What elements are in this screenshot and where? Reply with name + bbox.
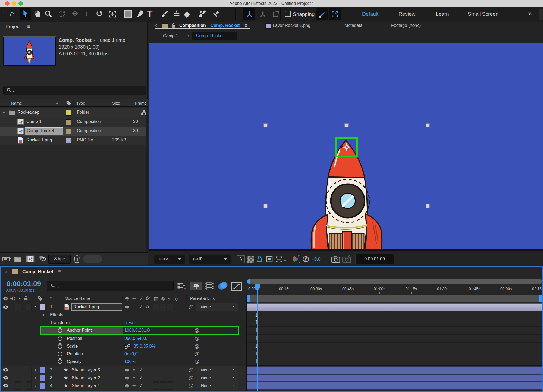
- project-item-name[interactable]: Comp. Rocket: [27, 128, 54, 133]
- new-folder-icon[interactable]: [14, 256, 22, 262]
- layer-visibility-eye-icon[interactable]: [3, 383, 9, 388]
- label-color-swatch[interactable]: [66, 110, 71, 116]
- layer-collapse-sun-icon[interactable]: ☀: [132, 383, 136, 388]
- tab-layer[interactable]: Layer Rocket 1.png: [273, 23, 310, 28]
- column-header-type[interactable]: Type: [76, 101, 85, 105]
- tab-composition-name[interactable]: Comp. Rocket: [211, 23, 240, 28]
- layer-color-swatch[interactable]: [40, 383, 45, 389]
- layer-expand-chevron-icon[interactable]: ›: [33, 306, 37, 307]
- rotation-value[interactable]: 0x+0,0°: [124, 352, 139, 356]
- source-name-column[interactable]: Source Name: [65, 296, 90, 301]
- motion-blur-column-icon[interactable]: ◎: [161, 296, 165, 302]
- frame-blending-icon[interactable]: [205, 282, 214, 290]
- tab-metadata[interactable]: Metadata: [344, 23, 363, 28]
- exposure-value[interactable]: +0,0: [312, 257, 321, 262]
- lock-column-icon[interactable]: [24, 296, 28, 301]
- mask-visibility-button[interactable]: [255, 255, 264, 263]
- property-pickwhip-icon[interactable]: @: [194, 344, 199, 349]
- anchor-point-icon[interactable]: [342, 142, 351, 152]
- layer-handle-top-right[interactable]: [426, 123, 430, 127]
- breadcrumb-current-box[interactable]: Comp. Rocket: [192, 32, 237, 40]
- position-label[interactable]: Position: [67, 336, 82, 341]
- choose-grid-guides-button[interactable]: [275, 255, 283, 263]
- workspace-tab-small-screen[interactable]: Small Screen: [468, 11, 498, 17]
- parent-dropdown[interactable]: None ›: [196, 303, 238, 311]
- rotate-tool-icon[interactable]: ↺: [96, 8, 103, 19]
- time-navigator-start-handle[interactable]: [247, 279, 250, 284]
- solo-column-icon[interactable]: ●: [18, 296, 21, 301]
- timeline-tab-menu-icon[interactable]: ≡: [58, 268, 61, 275]
- lock-icon[interactable]: [171, 23, 176, 28]
- search-options-caret-icon[interactable]: [12, 91, 14, 92]
- project-item-name[interactable]: Comp 1: [26, 119, 42, 124]
- parent-pickwhip-icon[interactable]: @: [189, 304, 193, 310]
- layer-shy-icon[interactable]: [124, 376, 130, 381]
- workspace-tab-learn[interactable]: Learn: [436, 11, 449, 17]
- close-timeline-tab-icon[interactable]: ×: [5, 269, 8, 275]
- current-timecode[interactable]: 0:00:01:09: [7, 280, 41, 288]
- project-settings-rocket-icon[interactable]: [39, 255, 47, 263]
- parent-pickwhip-icon[interactable]: @: [189, 375, 193, 381]
- shy-column-icon[interactable]: [124, 296, 130, 301]
- property-pickwhip-icon[interactable]: @: [194, 336, 199, 342]
- stopwatch-icon[interactable]: [57, 335, 63, 342]
- layer-number-column[interactable]: #: [49, 296, 52, 301]
- region-of-interest-button[interactable]: [266, 255, 273, 263]
- property-pickwhip-icon[interactable]: @: [194, 351, 199, 357]
- workspace-tab-default[interactable]: Default: [362, 11, 378, 17]
- effects-group-label[interactable]: Effects: [50, 312, 63, 317]
- shape-layer-bar[interactable]: [247, 382, 542, 390]
- resolution-dropdown[interactable]: (Full): [189, 255, 231, 264]
- layer-name[interactable]: Shape Layer 2: [72, 375, 100, 380]
- snapping-label[interactable]: Snapping: [293, 11, 315, 17]
- parent-dropdown[interactable]: None ›: [196, 374, 238, 382]
- rectangle-tool-icon[interactable]: [124, 10, 132, 18]
- quality-column-icon[interactable]: /: [141, 296, 142, 301]
- snapping-checkbox[interactable]: [285, 11, 291, 17]
- resolution-value[interactable]: (Full): [193, 257, 202, 261]
- preview-timecode[interactable]: 0:00:01:09: [356, 257, 394, 261]
- work-area-bar[interactable]: [247, 295, 542, 302]
- timeline-search-input[interactable]: [47, 281, 174, 291]
- column-header-size[interactable]: Size: [112, 101, 120, 105]
- selected-item-name-box[interactable]: Comp. Rocket: [25, 127, 63, 135]
- tab-footage[interactable]: Footage (none): [391, 23, 421, 28]
- stopwatch-icon[interactable]: [57, 358, 63, 365]
- layer-visibility-eye-icon[interactable]: [3, 368, 9, 372]
- zoom-tool-icon[interactable]: [44, 10, 53, 18]
- workspace-tab-review[interactable]: Review: [398, 11, 415, 17]
- clone-stamp-tool-icon[interactable]: [173, 9, 181, 18]
- sort-ascending-icon[interactable]: ▲: [55, 101, 59, 105]
- interpret-footage-icon[interactable]: [2, 255, 11, 263]
- frame-blend-column-icon[interactable]: ▦: [154, 296, 158, 302]
- parent-dropdown[interactable]: None ›: [196, 382, 238, 390]
- audio-column-speaker-icon[interactable]: [10, 296, 15, 301]
- close-composition-tab-icon[interactable]: ×: [154, 23, 157, 29]
- project-preview-thumbnail[interactable]: [3, 37, 56, 66]
- parent-pickwhip-icon[interactable]: @: [189, 367, 193, 373]
- show-snapshot-icon[interactable]: [342, 255, 351, 263]
- selection-tool-icon[interactable]: [22, 10, 29, 18]
- dolly-camera-tool-icon[interactable]: ↕: [85, 9, 89, 18]
- timeline-tab-name[interactable]: Comp. Rocket: [22, 269, 53, 274]
- shape-layer-bar[interactable]: [247, 374, 542, 382]
- exposure-reset-icon[interactable]: [302, 255, 310, 263]
- layer-name[interactable]: Shape Layer 3: [72, 368, 100, 372]
- parent-value[interactable]: None: [201, 368, 211, 372]
- rotation-label[interactable]: Rotation: [67, 352, 83, 356]
- layer-visibility-eye-icon[interactable]: [3, 305, 9, 309]
- label-column-tag-icon[interactable]: [37, 296, 43, 301]
- parent-dropdown[interactable]: None ›: [196, 366, 238, 374]
- layer-quality-icon[interactable]: /: [140, 367, 142, 373]
- layer-fx-icon[interactable]: fx: [146, 304, 150, 310]
- parent-link-column[interactable]: Parent & Link: [190, 296, 215, 301]
- layer-color-swatch[interactable]: [40, 375, 45, 381]
- column-header-frame-rate[interactable]: Frame R: [135, 101, 148, 105]
- composition-tab-menu-icon[interactable]: ≡: [244, 23, 248, 29]
- layer-visibility-eye-icon[interactable]: [3, 375, 9, 380]
- layer-shy-icon[interactable]: [124, 368, 130, 373]
- transform-group-label[interactable]: Transform: [50, 320, 70, 325]
- parent-value[interactable]: None: [201, 375, 211, 380]
- color-depth-button[interactable]: 8 bpc: [48, 255, 71, 264]
- transform-reset-link[interactable]: Reset: [124, 320, 136, 325]
